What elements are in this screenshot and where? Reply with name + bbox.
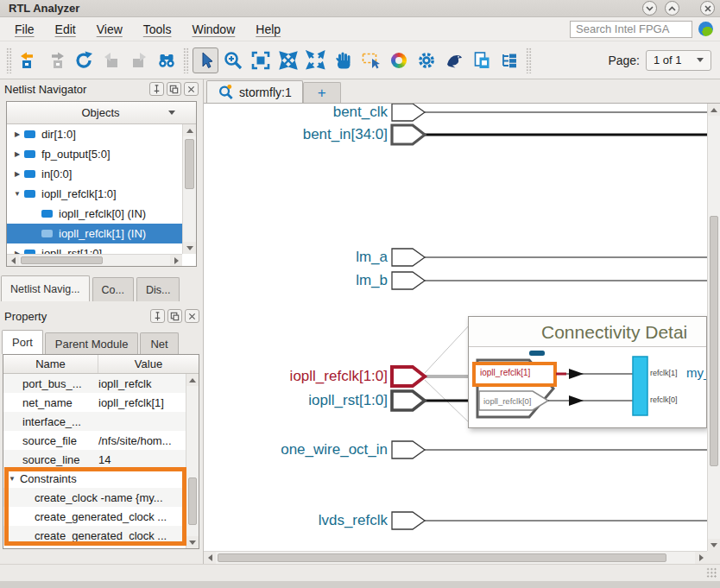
dock-tab-dis-[interactable]: Dis... [136,277,180,301]
pin-button[interactable] [149,82,164,96]
fit-selection-button[interactable] [275,47,301,73]
property-row[interactable]: source_line14 [3,450,186,469]
tree-item-iopll-refclk-1-in-[interactable]: iopll_refclk[1] (IN) [7,224,182,243]
port-label-lm-b[interactable]: lm_b [204,271,388,290]
pin-icon [152,311,163,322]
minimize-button[interactable] [642,1,657,16]
toolbar-handle[interactable] [6,47,12,73]
toolbar-handle[interactable] [526,47,532,73]
property-row[interactable]: create_generated_clock ... [3,507,186,526]
float-button[interactable] [167,82,181,96]
port-label-bent-clk[interactable]: bent_clk [204,103,388,122]
reload-button[interactable] [71,47,97,73]
property-tab-net[interactable]: Net [140,332,178,354]
search-input[interactable] [570,21,692,38]
tree-item-iopll-refclk-0-in-[interactable]: iopll_refclk[0] (IN) [7,204,182,224]
maximize-button[interactable] [665,1,679,16]
port-label-one-wire-oct-in[interactable]: one_wire_oct_in [204,440,388,459]
settings-gear-button[interactable] [414,47,439,73]
menu-edit[interactable]: Edit [47,20,84,39]
color-wheel-button[interactable] [386,47,412,73]
close-dock-button[interactable] [185,309,199,323]
tree-horizontal-scrollbar[interactable] [7,254,182,266]
menu-tools[interactable]: Tools [136,20,180,39]
popup-port-0[interactable]: iopll_refclk[0] [483,396,531,406]
property-row[interactable]: source_file/nfs/site/hom... [3,431,186,450]
hierarchy-tree-button[interactable] [496,47,522,73]
new-tab-button[interactable]: + [303,82,341,103]
port-symbol-bent_clk[interactable] [392,104,425,121]
fit-view-button[interactable] [248,47,274,73]
pan-hand-button[interactable] [331,47,357,73]
expand-arrows-icon [306,50,326,71]
page-select[interactable]: 1 of 1 [646,50,711,71]
toolbar: Page: 1 of 1 [0,41,720,79]
globe-icon[interactable] [698,22,713,36]
close-button[interactable] [700,1,715,16]
port-symbol-lm_a[interactable] [392,249,425,266]
property-vertical-scrollbar[interactable] [186,374,199,548]
port-symbol-bent_in[34:0][interactable] [392,125,425,144]
port-label-iopll-rst-1-0-[interactable]: iopll_rst[1:0] [204,391,388,410]
tree-item-iopll-refclk-1-0-[interactable]: ▼iopll_refclk[1:0] [7,184,182,204]
tree-item-iopll-rst-1-0-[interactable]: ▶iopll_rst[1:0] [7,243,182,254]
forward-button[interactable] [43,47,69,73]
schematic-canvas[interactable]: bent_clkbent_in[34:0]lm_alm_biopll_refcl… [204,103,720,564]
toolbar-handle[interactable] [183,47,189,73]
menu-view[interactable]: View [89,20,130,39]
collapse-arrow-icon[interactable]: ▼ [9,475,16,483]
back-button[interactable] [16,47,41,73]
property-row[interactable]: port_bus_...iopll_refclk [3,374,186,393]
float-button[interactable] [167,309,182,323]
property-tab-parent-module[interactable]: Parent Module [45,332,139,354]
property-row[interactable]: ▼Constraints [3,469,186,488]
tree-item-dir-1-0-[interactable]: ▶dir[1:0] [7,124,182,144]
port-symbol-iopll_refclk[1:0][interactable] [392,367,425,386]
pop-up-button[interactable] [98,47,124,73]
property-row[interactable]: net_nameiopll_refclk[1] [3,393,186,412]
expand-arrow-icon[interactable]: ▶ [10,130,24,138]
bird-button[interactable] [441,47,467,73]
expand-arrows-button[interactable] [303,47,329,73]
zoom-in-button[interactable] [220,47,246,73]
property-row[interactable]: create_clock -name {my... [3,488,186,507]
port-symbol-lm_b[interactable] [392,272,425,289]
rubber-band-select-button[interactable] [358,47,384,73]
port-label-lm-a[interactable]: lm_a [204,248,388,267]
page-select-value: 1 of 1 [654,54,697,66]
property-tab-port[interactable]: Port [2,330,43,354]
find-binoculars-button[interactable] [154,47,180,73]
collapse-arrow-icon[interactable]: ▼ [10,190,24,198]
canvas-horizontal-scrollbar[interactable] [204,551,707,564]
menu-file[interactable]: File [7,20,42,39]
property-row[interactable]: interface_... [3,412,186,431]
port-symbol-lvds_refclk[interactable] [392,512,425,529]
pin-button[interactable] [150,309,165,323]
tree-item-in-0-0-[interactable]: ▶in[0:0] [7,164,182,184]
report-document-button[interactable] [469,47,495,73]
dock-tab-co-[interactable]: Co... [92,277,134,301]
property-row[interactable]: create_generated_clock ... [3,526,186,545]
pop-down-button[interactable] [126,47,152,73]
popup-port-1[interactable]: iopll_refclk[1] [480,368,530,377]
resize-grip[interactable] [706,567,717,579]
window-bottom-strip [0,581,720,588]
objects-tree-header[interactable]: Objects [7,102,196,124]
close-dock-button[interactable] [184,82,199,96]
tree-item-fp-output-5-0-[interactable]: ▶fp_output[5:0] [7,144,182,164]
expand-arrow-icon[interactable]: ▶ [10,170,24,178]
port-label-lvds-refclk[interactable]: lvds_refclk [204,511,388,530]
port-label-iopll-refclk-1-0-[interactable]: iopll_refclk[1:0] [204,367,388,386]
port-symbol-iopll_rst[1:0][interactable] [392,391,425,410]
menu-window[interactable]: Window [184,20,243,39]
port-label-bent-in-34-0-[interactable]: bent_in[34:0] [204,125,388,144]
tree-vertical-scrollbar[interactable] [182,124,196,254]
canvas-vertical-scrollbar[interactable] [707,104,720,551]
dock-tab-netlist-navig-[interactable]: Netlist Navig... [1,275,90,301]
popup-instance-name[interactable]: my_ [686,365,707,380]
select-cursor-button[interactable] [193,47,218,73]
tab-stormfly[interactable]: stormfly:1 [206,80,303,103]
port-symbol-one_wire_oct_in[interactable] [392,441,425,458]
expand-arrow-icon[interactable]: ▶ [10,150,24,158]
menu-help[interactable]: Help [248,20,288,39]
